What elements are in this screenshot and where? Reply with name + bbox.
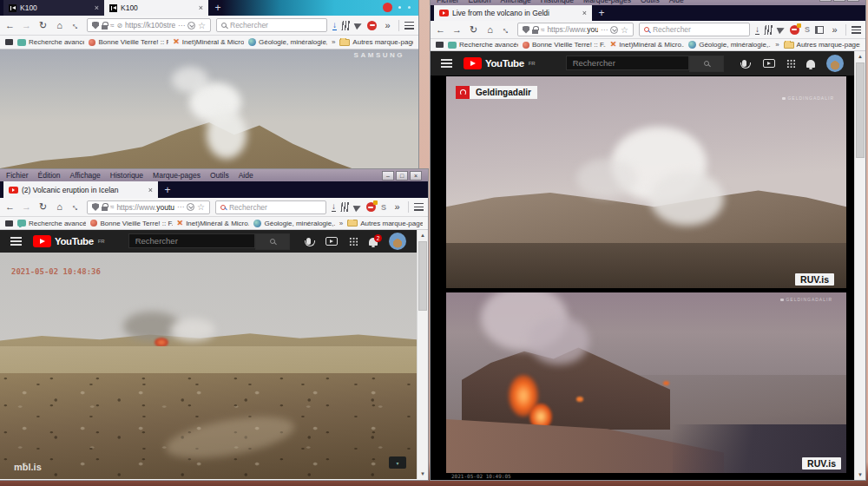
create-video-icon[interactable]	[763, 59, 775, 68]
mbl-webcam-video[interactable]: 2021-05-02 10:48:36 mbl.is ▾	[0, 253, 417, 479]
library-button[interactable]	[340, 202, 349, 212]
menu-edition[interactable]: Édition	[469, 0, 491, 4]
menu-historique[interactable]: Historique	[541, 0, 574, 4]
youtube-search-button[interactable]	[255, 233, 290, 250]
sidebar-toggle-icon[interactable]	[815, 26, 824, 34]
tab-k100-background[interactable]: K100 ×	[3, 0, 104, 16]
send-tab-icon[interactable]	[353, 202, 363, 212]
bookmark-app-icon[interactable]	[5, 39, 13, 45]
fullscreen-button[interactable]: ↔	[499, 23, 514, 37]
maximize-button[interactable]: □	[396, 171, 408, 181]
downloads-button[interactable]: ↓	[755, 25, 760, 35]
new-tab-button[interactable]: +	[592, 5, 611, 21]
scrollbar-thumb[interactable]	[856, 62, 865, 158]
youtube-search-input[interactable]: Rechercher	[128, 233, 255, 248]
bookmark-star-icon[interactable]: ☆	[621, 25, 628, 35]
tracking-shield-icon[interactable]	[92, 203, 99, 211]
profile-avatar[interactable]	[389, 233, 406, 250]
other-bookmarks[interactable]: Autres marque-pages	[784, 41, 860, 49]
voice-search-icon[interactable]	[306, 238, 311, 245]
app-menu-icon[interactable]	[852, 26, 861, 34]
other-bookmarks[interactable]: Autres marque-pages	[339, 38, 413, 46]
url-bar[interactable]: ≈ ⊘ https://k100streymi.mbl.is/p2 ⋯ ☆	[87, 18, 211, 32]
forward-button[interactable]: →	[21, 21, 32, 30]
youtube-apps-icon[interactable]	[786, 59, 795, 68]
bookmark-app-icon[interactable]	[5, 220, 13, 227]
player-control-box[interactable]: ▾	[389, 456, 406, 469]
home-button[interactable]: ⌂	[484, 25, 496, 35]
extension-s-icon[interactable]: S	[381, 203, 386, 212]
bookmark-item[interactable]: Bonne Vieille Terre! :: F...	[90, 220, 172, 227]
bookmark-item[interactable]: ✕Inet)Minéral & Micro...	[610, 41, 684, 49]
back-button[interactable]: ←	[4, 21, 16, 30]
adblock-icon[interactable]	[367, 21, 377, 30]
minimize-button[interactable]: –	[382, 171, 394, 181]
notifications-bell-icon[interactable]	[806, 60, 815, 68]
tab-k100-active[interactable]: K100 ×	[104, 0, 208, 16]
menu-marque-pages[interactable]: Marque-pages	[583, 0, 631, 4]
library-button[interactable]	[341, 21, 350, 30]
menu-edition[interactable]: Édition	[38, 171, 61, 180]
tab-close-icon[interactable]: ×	[95, 3, 99, 12]
tab-close-icon[interactable]: ×	[148, 186, 153, 194]
bookmark-item[interactable]: Géologie, minéralogie,...	[248, 38, 327, 46]
overflow-chevrons[interactable]: »	[829, 25, 840, 35]
menu-aide[interactable]: Aide	[669, 0, 684, 4]
youtube-search-input[interactable]: Rechercher	[566, 56, 689, 70]
ruv-live-video-bottom[interactable]: GELDINGADALIR RUV.is	[446, 292, 846, 473]
search-field[interactable]: Rechercher	[639, 23, 750, 36]
reload-button[interactable]: ↻	[37, 21, 49, 30]
youtube-menu-icon[interactable]	[441, 59, 452, 68]
downloads-button[interactable]: ↓	[332, 202, 336, 212]
permissions-icon[interactable]: ≈	[110, 22, 114, 30]
tab-close-icon[interactable]: ×	[582, 9, 587, 17]
bookmark-star-icon[interactable]: ☆	[197, 202, 205, 212]
other-bookmarks[interactable]: Autres marque-pages	[347, 220, 423, 227]
bookmarks-overflow-chevrons[interactable]: »	[775, 41, 779, 49]
scrollbar-thumb[interactable]	[418, 241, 427, 311]
send-tab-icon[interactable]	[354, 21, 364, 30]
app-menu-icon[interactable]	[414, 203, 424, 211]
menu-fichier[interactable]: Fichier	[437, 0, 459, 4]
create-video-icon[interactable]	[326, 237, 338, 246]
fullscreen-button[interactable]: ↔	[69, 200, 83, 214]
scroll-down-arrow[interactable]: ▼	[418, 469, 428, 479]
new-tab-button[interactable]: +	[158, 181, 177, 198]
menu-outils[interactable]: Outils	[210, 171, 229, 180]
tab-volcanic-eruption[interactable]: (2) Volcanic eruption in Icelan ×	[3, 181, 158, 198]
url-bar[interactable]: ≈ https://www.youtube.com/watch? ⋯ ☆	[87, 200, 210, 214]
home-button[interactable]: ⌂	[54, 21, 65, 30]
scroll-down-arrow[interactable]: ▼	[855, 470, 865, 480]
menu-affichage[interactable]: Affichage	[501, 0, 531, 4]
tab-ruv-live[interactable]: Live from the volcano in Geldi ×	[434, 5, 592, 21]
app-menu-icon[interactable]	[404, 22, 414, 30]
back-button[interactable]: ←	[435, 25, 446, 35]
reload-button[interactable]: ↻	[468, 25, 479, 35]
bookmark-app-icon[interactable]	[436, 42, 444, 48]
menu-outils[interactable]: Outils	[641, 0, 660, 4]
bookmark-item[interactable]: Bonne Vieille Terre! :: F...	[89, 38, 168, 46]
permissions-icon[interactable]: ≈	[541, 26, 544, 34]
tracking-shield-icon[interactable]	[92, 22, 99, 30]
adblock-icon[interactable]	[790, 25, 799, 35]
back-button[interactable]: ←	[4, 202, 16, 212]
bookmark-item[interactable]: Géologie, minéralogie,...	[253, 220, 334, 227]
menu-historique[interactable]: Historique	[110, 171, 143, 180]
bookmark-item[interactable]: Recherche avancée	[448, 41, 518, 49]
bookmark-item[interactable]: Bonne Vieille Terre! :: F...	[523, 41, 606, 49]
page-actions-icon[interactable]: ⋯	[177, 203, 184, 211]
tab-close-icon[interactable]: ×	[199, 3, 203, 12]
notifications[interactable]: 2	[369, 238, 378, 246]
youtube-menu-icon[interactable]	[10, 237, 22, 246]
bookmark-star-icon[interactable]: ☆	[198, 21, 206, 30]
pocket-icon[interactable]	[187, 203, 194, 211]
bookmark-item[interactable]: ✕Inet)Minéral & Micro...	[177, 220, 250, 227]
menu-marque-pages[interactable]: Marque-pages	[153, 171, 201, 180]
youtube-logo[interactable]: YouTube FR	[464, 57, 536, 69]
menu-affichage[interactable]: Affichage	[70, 171, 101, 180]
youtube-logo[interactable]: YouTube FR	[33, 235, 105, 247]
youtube-apps-icon[interactable]	[349, 237, 358, 246]
menu-aide[interactable]: Aide	[239, 171, 253, 180]
channel-badge[interactable]: Geldingadalir	[456, 86, 537, 99]
close-button[interactable]: ×	[847, 0, 859, 2]
